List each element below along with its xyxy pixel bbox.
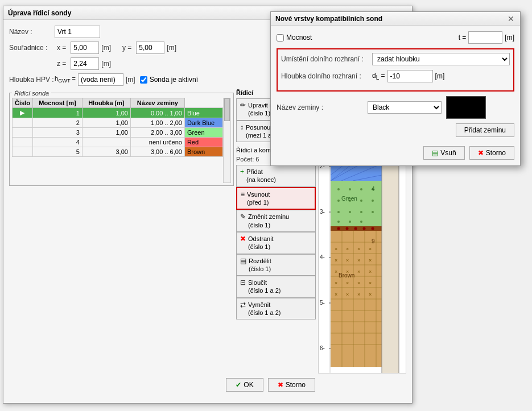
table-row[interactable]: 53,003,00 .. 6,00Brown — [13, 147, 223, 157]
storno-x-icon: ✖ — [478, 149, 484, 157]
sloucit-icon: ⊟ — [240, 279, 246, 288]
cancel-label: Storno — [286, 381, 306, 389]
row-cislo-cell: 4 — [32, 138, 82, 147]
svg-text:×: × — [346, 246, 349, 252]
t-input[interactable] — [468, 31, 502, 44]
nazev-input[interactable] — [55, 26, 100, 38]
cancel-button[interactable]: ✖ Storno — [268, 378, 315, 392]
table-row[interactable]: 31,002,00 .. 3,00Green — [13, 128, 223, 138]
table-row[interactable]: 21,001,00 .. 2,00Dark Blue — [13, 118, 223, 128]
cancel-x-icon: ✖ — [278, 381, 283, 389]
table-row[interactable]: ▶11,000,00 .. 1,00Blue — [13, 108, 223, 118]
svg-point-31 — [349, 188, 351, 190]
row-arrow-cell — [13, 147, 33, 157]
z-input[interactable] — [71, 57, 99, 70]
ok-checkmark-icon: ✔ — [236, 381, 241, 389]
dialog-titlebar: Nové vrstvy kompatibilních sond ✕ — [271, 12, 520, 26]
hgwt-input[interactable] — [78, 73, 123, 86]
svg-text:×: × — [346, 258, 349, 263]
row-mocnost-cell: 1,00 — [82, 118, 130, 128]
x-input[interactable] — [71, 41, 99, 54]
rozdelit-icon: ▤ — [240, 257, 246, 266]
svg-point-51 — [354, 227, 357, 230]
svg-text:×: × — [369, 269, 372, 275]
svg-point-32 — [360, 188, 362, 190]
row-mocnost-cell: 1,00 — [82, 108, 130, 118]
row-hloubka-cell: 1,00 .. 2,00 — [130, 118, 184, 128]
svg-text:Brown: Brown — [339, 272, 354, 279]
mocnost-label: Mocnost — [286, 34, 312, 41]
sonda-checkbox[interactable] — [140, 76, 147, 84]
row-nazev-cell: Red — [184, 138, 222, 147]
row-hloubka-cell: 0,00 .. 1,00 — [130, 108, 184, 118]
nazev-zeminy-select[interactable]: Black — [368, 101, 442, 114]
upravit-icon: ✏ — [240, 101, 246, 110]
zmenit-button[interactable]: ✎ Změnit zeminu(číslo 1) — [236, 210, 316, 232]
rozdelit-button[interactable]: ▤ Rozdělit(číslo 1) — [236, 254, 316, 276]
y-input[interactable] — [136, 41, 164, 54]
dl-input[interactable] — [387, 70, 433, 82]
ricici-sonda-group: Řídicí sonda Číslo Mocnost [m] Hloubka [… — [9, 93, 234, 186]
dialog-title: Nové vrstvy kompatibilních sond — [275, 15, 382, 23]
svg-point-42 — [337, 221, 340, 223]
svg-point-41 — [372, 211, 374, 213]
svg-text:5-: 5- — [320, 300, 325, 306]
odstranit-icon: ✖ — [240, 235, 246, 244]
row-nazev-cell: Blue — [184, 108, 222, 118]
row-hloubka-cell: není určeno — [130, 138, 184, 147]
sloucit-button[interactable]: ⊟ Sloučit(číslo 1 a 2) — [236, 276, 316, 298]
sonda-checkbox-label: Sonda je aktivní — [150, 76, 198, 84]
pridat-button[interactable]: + Přidat(na konec) — [236, 165, 316, 187]
dialog-action-buttons: ▤ Vsuň ✖ Storno — [277, 142, 514, 160]
vymenil-button[interactable]: ⇄ Vyměnit(číslo 1 a 2) — [236, 298, 316, 320]
svg-point-34 — [337, 200, 340, 202]
scroll-thumb[interactable] — [224, 98, 230, 121]
svg-text:×: × — [335, 269, 337, 275]
vsun-button[interactable]: ▤ Vsuň — [423, 146, 464, 160]
pridat-zeminu-button[interactable]: Přidat zeminu — [456, 123, 514, 137]
svg-text:×: × — [335, 246, 337, 252]
hgwt-label: hGWT = — [55, 75, 76, 84]
table-wrapper: Číslo Mocnost [m] Hloubka [m] Název zemi… — [12, 98, 231, 183]
table-row[interactable]: 4není určenoRed — [13, 138, 223, 147]
storno-button[interactable]: ✖ Storno — [469, 146, 514, 160]
posunout-icon: ↕ — [240, 123, 244, 132]
svg-text:3-: 3- — [320, 209, 325, 215]
table-scrollbar[interactable] — [223, 98, 231, 183]
row-arrow-cell — [13, 128, 33, 138]
ok-label: OK — [244, 381, 253, 389]
svg-point-30 — [337, 188, 340, 190]
row-hloubka-cell: 2,00 .. 3,00 — [130, 128, 184, 138]
svg-text:×: × — [369, 246, 372, 252]
vsun-label: Vsuň — [440, 149, 456, 157]
svg-text:×: × — [357, 258, 360, 263]
svg-text:×: × — [335, 258, 337, 263]
nazev-label: Název : — [9, 28, 55, 36]
row-nazev-cell: Brown — [184, 147, 222, 157]
dialog-close-button[interactable]: ✕ — [506, 14, 515, 23]
highlight-section: Umístění dolního rozhraní : zadat hloubk… — [277, 48, 514, 92]
color-swatch — [446, 96, 486, 119]
row-nazev-cell: Green — [184, 128, 222, 138]
storno-label: Storno — [486, 149, 506, 157]
svg-point-49 — [337, 227, 340, 230]
col-hloubka: Hloubka [m] — [82, 98, 130, 108]
ok-button[interactable]: ✔ OK — [226, 378, 263, 392]
t-unit: [m] — [505, 34, 514, 41]
umisteni-select[interactable]: zadat hloubku — [372, 53, 510, 65]
bottom-buttons: ✔ OK ✖ Storno — [9, 378, 406, 392]
row-arrow-cell — [13, 138, 33, 147]
nazev-zeminy-label: Název zeminy : — [277, 103, 368, 111]
mocnost-checkbox[interactable] — [277, 34, 284, 41]
vsunout-button[interactable]: ≡ Vsunout(před 1) — [236, 187, 316, 210]
svg-text:×: × — [369, 292, 372, 297]
svg-text:4-: 4- — [320, 254, 325, 260]
svg-text:6-: 6- — [320, 345, 325, 351]
group-title: Řídicí sonda — [12, 90, 51, 97]
svg-text:4: 4 — [372, 186, 375, 192]
dialog-content: Mocnost t = [m] Umístění dolního rozhran… — [271, 26, 520, 165]
odstranit-button[interactable]: ✖ Odstranit(číslo 1) — [236, 232, 316, 254]
y-unit: [m] — [167, 44, 176, 52]
hloubka-row: Hloubka dolního rozhraní : dL = [m] — [281, 70, 510, 82]
col-mocnost: Mocnost [m] — [32, 98, 82, 108]
